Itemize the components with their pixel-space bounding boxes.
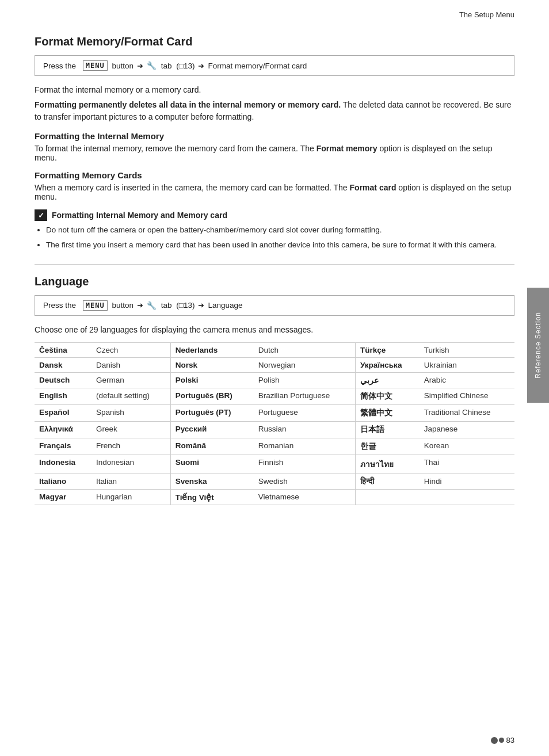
lang-english-col2-6: Romanian [254,438,355,455]
format-nav-arrow2: ➜ [198,62,204,70]
format-sub1-title: Formatting the Internal Memory [35,131,514,141]
lang-native-col2-9: Tiếng Việt [171,489,254,505]
lang-native-col2-3: Português (BR) [171,388,254,404]
lang-native-col3-0: Türkçe [356,342,420,357]
lang-native-col1-0: Čeština [35,342,92,357]
format-sub2-text1: When a memory card is inserted in the ca… [35,183,348,192]
page-icon-group [491,737,504,744]
format-nav-arrow1: ➜ [137,62,143,70]
format-nav-press: Press the [43,62,76,70]
page-header: The Setup Menu [0,0,549,24]
lang-english-col3-8: Hindi [420,474,514,489]
lang-english-col1-1: Danish [92,357,170,372]
lang-english-col1-0: Czech [92,342,170,357]
language-nav-box: Press the MENU button ➜ 🔧 tab (□13) ➜ La… [35,295,514,316]
lang-english-col1-9: Hungarian [92,489,170,505]
lang-native-col1-4: Español [35,404,92,421]
format-note-header: ✓ Formatting Internal Memory and Memory … [35,209,514,221]
lang-native-col3-7: ภาษาไทย [356,455,420,474]
section-divider [35,264,514,265]
format-bullet-1: Do not turn off the camera or open the b… [46,224,514,236]
lang-nav-press: Press the [43,301,76,310]
format-nav-box: Press the MENU button ➜ 🔧 tab (□13) ➜ Fo… [35,55,514,76]
lang-english-col3-5: Japanese [420,421,514,438]
format-section: Format Memory/Format Card Press the MENU… [35,35,514,251]
language-table: ČeštinaCzechNederlandsDutchTürkçeTurkish… [35,342,514,505]
lang-english-col3-6: Korean [420,438,514,455]
lang-native-col2-1: Norsk [171,357,254,372]
lang-nav-arrow2: ➜ [198,301,204,310]
main-content: Format Memory/Format Card Press the MENU… [0,24,549,528]
dot-icon-1 [491,737,498,744]
lang-nav-arrow1: ➜ [137,301,143,310]
lang-english-col1-2: German [92,372,170,388]
lang-english-col3-2: Arabic [420,372,514,388]
lang-nav-menu-key: MENU [83,300,108,311]
format-sub2-bold: Format card [350,183,396,192]
lang-english-col1-3: (default setting) [92,388,170,404]
format-sub1-text1: To format the internal memory, remove th… [35,144,314,153]
lang-native-col3-3: 简体中文 [356,388,420,404]
format-sub1-text: To format the internal memory, remove th… [35,144,514,162]
format-warning-bold: Formatting permanently deletes all data … [35,100,341,109]
lang-native-col1-8: Italiano [35,474,92,489]
lang-native-col1-6: Français [35,438,92,455]
lang-english-col2-2: Polish [254,372,355,388]
lang-native-col1-1: Dansk [35,357,92,372]
language-section-title: Language [35,275,514,288]
format-nav-dest: Format memory/Format card [208,62,307,70]
lang-native-col1-7: Indonesia [35,455,92,474]
dot-icon-2 [499,738,504,743]
format-section-title: Format Memory/Format Card [35,35,514,48]
lang-english-col2-3: Brazilian Portuguese [254,388,355,404]
language-section: Language Press the MENU button ➜ 🔧 tab (… [35,275,514,505]
lang-nav-dest: Language [208,301,242,310]
format-nav-tab-icon: 🔧 [147,61,157,70]
note-checkmark-icon: ✓ [35,209,47,221]
language-description: Choose one of 29 languages for displayin… [35,325,514,334]
lang-native-col2-7: Suomi [171,455,254,474]
lang-english-col3-1: Ukrainian [420,357,514,372]
format-nav-ref: (□13) [176,62,195,70]
format-note-block: ✓ Formatting Internal Memory and Memory … [35,209,514,251]
lang-native-col1-5: Ελληνικά [35,421,92,438]
lang-native-col3-1: Українська [356,357,420,372]
lang-native-col2-6: Română [171,438,254,455]
format-nav-menu-key: MENU [83,60,108,71]
lang-english-col2-8: Swedish [254,474,355,489]
lang-native-col2-4: Português (PT) [171,404,254,421]
lang-nav-ref: (□13) [176,301,195,310]
lang-english-col2-5: Russian [254,421,355,438]
lang-english-col2-0: Dutch [254,342,355,357]
lang-native-col3-8: हिन्दी [356,474,420,489]
format-sub1-bold: Format memory [317,144,378,153]
lang-english-col3-4: Traditional Chinese [420,404,514,421]
format-note-title: Formatting Internal Memory and Memory ca… [52,211,227,220]
lang-english-col2-1: Norwegian [254,357,355,372]
lang-native-col3-4: 繁體中文 [356,404,420,421]
lang-native-col2-5: Русский [171,421,254,438]
page-number: 83 [506,736,514,744]
reference-sidebar: Reference Section [527,288,549,403]
format-nav-button: button [110,62,134,70]
lang-native-col3-5: 日本語 [356,421,420,438]
lang-native-col1-2: Deutsch [35,372,92,388]
lang-native-col2-8: Svenska [171,474,254,489]
lang-native-col1-9: Magyar [35,489,92,505]
lang-english-col1-7: Indonesian [92,455,170,474]
lang-nav-tab-text: tab [159,301,174,310]
lang-english-col1-5: Greek [92,421,170,438]
lang-native-col2-2: Polski [171,372,254,388]
lang-english-col2-9: Vietnamese [254,489,355,505]
format-description: Format the internal memory or a memory c… [35,85,514,94]
format-nav-tab-text: tab [159,62,174,70]
format-sub2-title: Formatting Memory Cards [35,170,514,180]
lang-english-col3-0: Turkish [420,342,514,357]
lang-english-col2-7: Finnish [254,455,355,474]
format-bullet-2: The first time you insert a memory card … [46,239,514,251]
lang-nav-button: button [110,301,134,310]
lang-native-col2-0: Nederlands [171,342,254,357]
lang-english-col3-3: Simplified Chinese [420,388,514,404]
lang-native-col3-2: عربي [356,372,420,388]
format-warning: Formatting permanently deletes all data … [35,99,514,123]
